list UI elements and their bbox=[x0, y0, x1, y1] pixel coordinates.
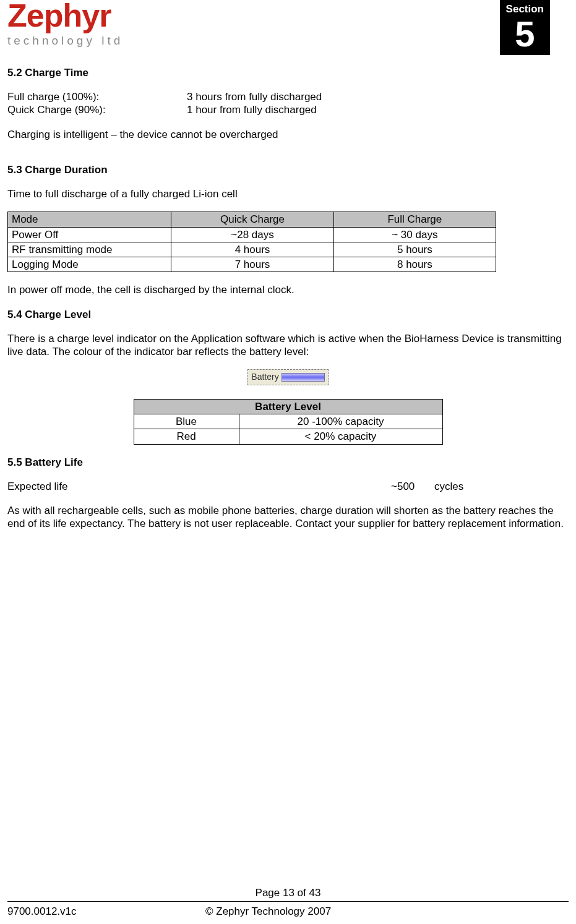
expected-life-unit: cycles bbox=[434, 480, 463, 493]
cell: RF transmitting mode bbox=[8, 242, 171, 257]
logo: Zephyr technology ltd bbox=[7, 0, 123, 48]
table-row: Logging Mode 7 hours 8 hours bbox=[8, 257, 496, 272]
heading-5-2: 5.2 Charge Time bbox=[7, 66, 569, 79]
cell: 5 hours bbox=[333, 242, 496, 257]
section-label: Section bbox=[506, 4, 544, 14]
table-row: RF transmitting mode 4 hours 5 hours bbox=[8, 242, 496, 257]
cell: Logging Mode bbox=[8, 257, 171, 272]
table-header-row: Mode Quick Charge Full Charge bbox=[8, 212, 496, 227]
cell: 4 hours bbox=[171, 242, 333, 257]
charge-time-row: Quick Charge (90%): 1 hour from fully di… bbox=[7, 103, 569, 116]
section-number: 5 bbox=[506, 14, 544, 54]
discharge-table: Mode Quick Charge Full Charge Power Off … bbox=[7, 212, 496, 272]
full-charge-label: Full charge (100%): bbox=[7, 90, 187, 103]
table-row: Red < 20% capacity bbox=[134, 429, 442, 444]
charge-note: Charging is intelligent – the device can… bbox=[7, 128, 569, 141]
battery-bar-icon bbox=[282, 373, 325, 382]
cell: 8 hours bbox=[333, 257, 496, 272]
page-number: Page 13 of 43 bbox=[7, 887, 569, 902]
full-charge-value: 3 hours from fully discharged bbox=[187, 90, 322, 103]
logo-subtitle: technology ltd bbox=[7, 34, 123, 48]
th-full: Full Charge bbox=[333, 212, 496, 227]
cell: < 20% capacity bbox=[239, 429, 442, 444]
battery-level-table: Battery Level Blue 20 -100% capacity Red… bbox=[134, 399, 443, 445]
expected-life-value: ~500 bbox=[391, 480, 434, 493]
discharge-intro: Time to full discharge of a fully charge… bbox=[7, 187, 569, 200]
table-row: Blue 20 -100% capacity bbox=[134, 414, 442, 429]
th-quick: Quick Charge bbox=[171, 212, 333, 227]
heading-5-5: 5.5 Battery Life bbox=[7, 456, 569, 469]
discharge-note: In power off mode, the cell is discharge… bbox=[7, 283, 569, 296]
copyright: © Zephyr Technology 2007 bbox=[205, 905, 569, 918]
battery-life-para: As with all rechargeable cells, such as … bbox=[7, 504, 569, 531]
quick-charge-value: 1 hour from fully discharged bbox=[187, 103, 317, 116]
cell: ~28 days bbox=[171, 227, 333, 242]
expected-life-row: Expected life ~500 cycles bbox=[7, 480, 569, 493]
logo-main: Zephyr bbox=[7, 1, 123, 30]
charge-time-row: Full charge (100%): 3 hours from fully d… bbox=[7, 90, 569, 103]
battery-indicator-widget: Battery bbox=[247, 369, 328, 385]
page-footer: Page 13 of 43 9700.0012.v1c © Zephyr Tec… bbox=[7, 887, 569, 918]
charge-level-para: There is a charge level indicator on the… bbox=[7, 332, 569, 359]
battery-widget-label: Battery bbox=[251, 372, 278, 383]
th-mode: Mode bbox=[8, 212, 171, 227]
table-row: Power Off ~28 days ~ 30 days bbox=[8, 227, 496, 242]
quick-charge-label: Quick Charge (90%): bbox=[7, 103, 187, 116]
heading-5-3: 5.3 Charge Duration bbox=[7, 163, 569, 176]
doc-id: 9700.0012.v1c bbox=[7, 905, 205, 918]
cell: Blue bbox=[134, 414, 239, 429]
cell: 20 -100% capacity bbox=[239, 414, 442, 429]
heading-5-4: 5.4 Charge Level bbox=[7, 308, 569, 321]
cell: ~ 30 days bbox=[333, 227, 496, 242]
cell: Red bbox=[134, 429, 239, 444]
cell: 7 hours bbox=[171, 257, 333, 272]
cell: Power Off bbox=[8, 227, 171, 242]
section-tag: Section 5 bbox=[500, 0, 550, 55]
table-header-row: Battery Level bbox=[134, 399, 442, 414]
expected-life-label: Expected life bbox=[7, 480, 391, 493]
th-battery-level: Battery Level bbox=[134, 399, 442, 414]
